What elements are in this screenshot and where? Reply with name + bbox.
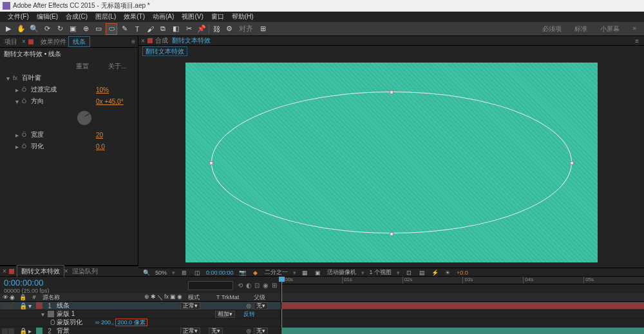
time-ruler[interactable]: :00s 01s 02s 03s 04s 05s xyxy=(281,277,644,284)
feather-value-y[interactable]: 200.0 像素 xyxy=(115,319,147,326)
stopwatch-icon[interactable]: Ö xyxy=(50,319,57,326)
timeline-tab-comp[interactable]: 翻转文本特效 xyxy=(17,265,64,277)
menu-help[interactable]: 帮助(H) xyxy=(228,12,258,21)
zoom-tool[interactable]: 🔍 xyxy=(28,23,40,35)
prop-feather: 羽化 xyxy=(31,142,96,151)
menu-window[interactable]: 窗口 xyxy=(207,12,228,21)
twirl-icon[interactable]: ▾ xyxy=(15,98,22,105)
rect-tool[interactable]: ▭ xyxy=(93,23,104,35)
menu-effect[interactable]: 效果(T) xyxy=(120,12,149,21)
layer-color[interactable] xyxy=(36,328,43,334)
snap-icon[interactable]: ⛓ xyxy=(211,23,222,35)
comp-name[interactable]: 翻转文本特效 xyxy=(172,36,211,45)
visibility-toggle[interactable] xyxy=(2,328,8,334)
hand-tool[interactable]: ✋ xyxy=(15,23,27,35)
blend-mode[interactable]: 正常 ▾ xyxy=(180,328,200,335)
trkmat-dd[interactable]: 无 ▾ xyxy=(209,328,223,335)
twirl-icon[interactable]: ▸ xyxy=(15,143,22,150)
workspace-essentials[interactable]: 必须项 xyxy=(537,23,567,35)
snap-label: 对齐 xyxy=(236,23,256,35)
workspace-standard[interactable]: 标准 xyxy=(569,23,592,35)
mask-mode[interactable]: 相加 ▾ xyxy=(215,311,235,318)
workspace-small[interactable]: 小屏幕 xyxy=(595,23,625,35)
parent-dd[interactable]: 无 ▾ xyxy=(254,302,268,309)
fx-icon[interactable]: fx xyxy=(13,75,22,81)
panel-menu-icon[interactable]: ≡ xyxy=(632,37,641,44)
menu-file[interactable]: 文件(F) xyxy=(4,12,33,21)
workspace-more-icon[interactable]: » xyxy=(627,23,641,35)
menu-composition[interactable]: 合成(C) xyxy=(62,12,91,21)
tab-project[interactable]: 项目 xyxy=(0,35,22,48)
menu-animation[interactable]: 动画(A) xyxy=(149,12,178,21)
window-title: Adobe After Effects CC 2015 - 无标题项目.aep … xyxy=(13,1,150,10)
tl-icon[interactable]: ⊞ xyxy=(272,282,277,289)
menu-view[interactable]: 视图(V) xyxy=(178,12,207,21)
tl-icon[interactable]: ◐ xyxy=(246,282,252,289)
val-feather[interactable]: 0.0 xyxy=(96,143,131,150)
mask-ellipse[interactable] xyxy=(211,92,572,233)
mask-handle-bottom[interactable] xyxy=(390,232,393,236)
composition-viewport[interactable] xyxy=(138,57,644,268)
brush-tool[interactable]: 🖌 xyxy=(144,23,156,35)
puppet-tool[interactable]: 📌 xyxy=(196,23,207,35)
tab-effect-controls[interactable]: 效果控件 线条 xyxy=(36,35,95,48)
menu-layer[interactable]: 图层(L) xyxy=(91,12,120,21)
col-mode: 模式 xyxy=(188,293,216,302)
snap-opt-icon[interactable]: ⚙ xyxy=(223,23,235,35)
anchor-tool[interactable]: ⊕ xyxy=(80,23,91,35)
layer-1-name[interactable]: 线条 xyxy=(55,301,180,310)
col-source[interactable]: 源名称 xyxy=(40,293,144,302)
lock-toggle[interactable]: 🔒 xyxy=(19,302,28,309)
mask-invert[interactable]: 反转 xyxy=(243,310,281,319)
val-width[interactable]: 20 xyxy=(96,132,131,139)
panel-menu-icon[interactable]: ≡ xyxy=(129,38,138,45)
val-direction[interactable]: 0x +45.0° xyxy=(96,98,131,105)
layer-2-name[interactable]: 背景 xyxy=(55,326,180,334)
mask-handle-top[interactable] xyxy=(390,90,393,94)
pickwhip-icon[interactable]: ⊚ xyxy=(246,302,254,309)
effect-controls-panel: 项目 × 效果控件 线条 ≡ 翻转文本特效 • 线条 重置 关于... ▾ fx… xyxy=(0,36,138,265)
menu-edit[interactable]: 编辑(E) xyxy=(33,12,62,21)
direction-dial[interactable] xyxy=(77,111,91,125)
parent-dd[interactable]: 无 ▾ xyxy=(254,328,268,335)
val-transition[interactable]: 10% xyxy=(96,86,131,93)
clone-tool[interactable]: ⧉ xyxy=(157,23,169,35)
visibility-toggle[interactable] xyxy=(2,303,8,309)
blend-mode[interactable]: 正常 ▾ xyxy=(180,302,200,309)
mask-handle-left[interactable] xyxy=(209,161,213,165)
prop-direction: 方向 xyxy=(31,97,96,106)
prop-transition: 过渡完成 xyxy=(31,85,96,94)
title-bar: Adobe After Effects CC 2015 - 无标题项目.aep … xyxy=(0,0,644,12)
twirl-icon[interactable]: ▸ xyxy=(15,86,22,93)
camera-tool[interactable]: ▣ xyxy=(67,23,79,35)
pen-tool[interactable]: ✎ xyxy=(118,23,130,35)
mask-handle-right[interactable] xyxy=(570,161,574,165)
roto-tool[interactable]: ✂ xyxy=(183,23,194,35)
twirl-icon[interactable]: ▾ xyxy=(6,75,13,82)
layer-1-bar[interactable] xyxy=(281,302,644,309)
tl-icon[interactable]: ◉ xyxy=(263,282,269,289)
panel-color-icon xyxy=(147,38,153,43)
selection-tool[interactable]: ▶ xyxy=(3,23,14,35)
pickwhip-icon[interactable]: ⊚ xyxy=(246,328,254,335)
timeline-tab-render[interactable]: 渲染队列 xyxy=(68,266,102,277)
mask-name[interactable]: 蒙版 1 xyxy=(57,309,215,319)
prop-mask-feather: 蒙版羽化 xyxy=(57,318,95,327)
eraser-tool[interactable]: ◧ xyxy=(170,23,182,35)
comp-path[interactable]: 翻转文本特效 xyxy=(142,46,187,56)
rotate-tool[interactable]: ↻ xyxy=(54,23,66,35)
lock-toggle[interactable]: 🔒 xyxy=(19,328,28,335)
twirl-icon[interactable]: ▾ xyxy=(41,311,48,318)
layer-color[interactable] xyxy=(36,302,43,309)
text-tool[interactable]: T xyxy=(131,23,143,35)
ellipse-tool[interactable]: ⬭ xyxy=(106,23,117,35)
effect-blinds[interactable]: 百叶窗 xyxy=(22,74,131,83)
canvas[interactable] xyxy=(185,63,598,262)
twirl-icon[interactable]: ▸ xyxy=(15,132,22,139)
snap-sub-icon[interactable]: ⊞ xyxy=(257,23,269,35)
tl-icon[interactable]: ⟲ xyxy=(238,282,243,289)
layer-2-bar[interactable] xyxy=(281,328,644,334)
timeline-search[interactable] xyxy=(188,281,233,290)
tl-icon[interactable]: ⊡ xyxy=(254,282,260,289)
orbit-tool[interactable]: ⟳ xyxy=(41,23,53,35)
